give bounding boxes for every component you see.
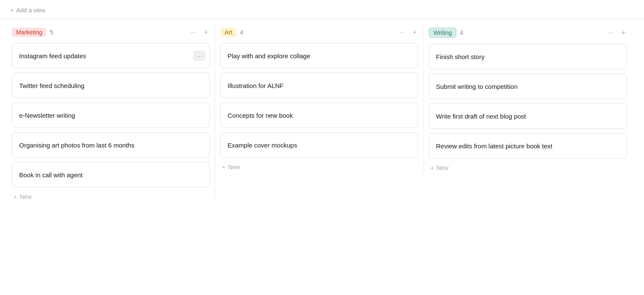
plus-icon: + (14, 193, 17, 200)
plus-icon: + (430, 165, 434, 171)
card-menu-button[interactable]: ··· (194, 51, 205, 61)
column-actions-art: ···+ (397, 28, 418, 37)
card[interactable]: Write first draft of next blog post (429, 103, 627, 129)
column-header-writing: Writing4···+ (429, 28, 627, 38)
add-new-button-marketing[interactable]: +New (12, 189, 33, 202)
card[interactable]: Review edits from latest picture book te… (429, 133, 627, 159)
card-text: Write first draft of next blog post (436, 113, 526, 120)
add-view-button[interactable]: + Add a view (9, 6, 47, 14)
card[interactable]: e-Newsletter writing (12, 102, 210, 128)
column-count-writing: 4 (460, 29, 463, 36)
column-writing: Writing4···+Finish short storySubmit wri… (424, 28, 632, 173)
card-text: Organising art photos from last 6 months (19, 142, 134, 149)
cards-list-marketing: Instagram feed updates···Twitter feed sc… (12, 43, 210, 187)
card-text: Book in call with agent (19, 171, 83, 179)
card-text: Instagram feed updates (19, 52, 86, 60)
card-text: Example cover mockups (228, 142, 297, 149)
cards-list-writing: Finish short storySubmit writing to comp… (429, 44, 627, 159)
card[interactable]: Concepts for new book (220, 102, 418, 128)
column-add-button-marketing[interactable]: + (202, 28, 210, 37)
column-actions-writing: ···+ (606, 28, 627, 37)
add-new-button-art[interactable]: +New (220, 159, 242, 172)
column-add-button-art[interactable]: + (411, 28, 418, 37)
card[interactable]: Twitter feed scheduling (12, 73, 210, 98)
card[interactable]: Instagram feed updates··· (12, 43, 210, 68)
plus-icon: + (222, 164, 225, 170)
new-label: New (228, 164, 240, 170)
card-text: Play with and explore collage (228, 52, 310, 60)
card[interactable]: Illustration for ALNF (220, 73, 418, 98)
add-new-button-writing[interactable]: +New (429, 160, 450, 173)
card-text: e-Newsletter writing (19, 112, 75, 119)
top-bar: + Add a view (0, 0, 644, 19)
column-tag-marketing: Marketing (12, 28, 46, 37)
board-container: Marketing5···+Instagram feed updates···T… (0, 19, 644, 210)
column-menu-button-marketing[interactable]: ··· (189, 28, 198, 37)
column-header-art: Art4···+ (220, 28, 418, 37)
card[interactable]: Submit writing to competition (429, 74, 627, 99)
card-text: Submit writing to competition (436, 83, 518, 90)
add-view-label: Add a view (16, 7, 45, 14)
card-text: Review edits from latest picture book te… (436, 142, 552, 150)
column-menu-button-art[interactable]: ··· (397, 28, 406, 37)
card[interactable]: Finish short story (429, 44, 627, 69)
cards-list-art: Play with and explore collageIllustratio… (220, 43, 418, 158)
column-count-art: 4 (240, 29, 243, 36)
card-text: Concepts for new book (228, 112, 293, 119)
column-add-button-writing[interactable]: + (620, 28, 627, 37)
card-text: Illustration for ALNF (228, 82, 284, 89)
plus-icon: + (10, 7, 14, 14)
column-marketing: Marketing5···+Instagram feed updates···T… (7, 28, 215, 202)
new-label: New (436, 165, 448, 171)
card[interactable]: Example cover mockups (220, 132, 418, 158)
card[interactable]: Organising art photos from last 6 months (12, 132, 210, 158)
card[interactable]: Book in call with agent (12, 162, 210, 187)
column-tag-art: Art (220, 28, 237, 37)
card-text: Finish short story (436, 53, 484, 60)
column-tag-writing: Writing (429, 28, 456, 38)
card[interactable]: Play with and explore collage (220, 43, 418, 68)
column-art: Art4···+Play with and explore collageIll… (215, 28, 424, 172)
column-actions-marketing: ···+ (189, 28, 210, 37)
column-header-marketing: Marketing5···+ (12, 28, 210, 37)
column-menu-button-writing[interactable]: ··· (606, 28, 615, 37)
card-text: Twitter feed scheduling (19, 82, 84, 89)
new-label: New (20, 193, 31, 200)
column-count-marketing: 5 (50, 29, 53, 36)
